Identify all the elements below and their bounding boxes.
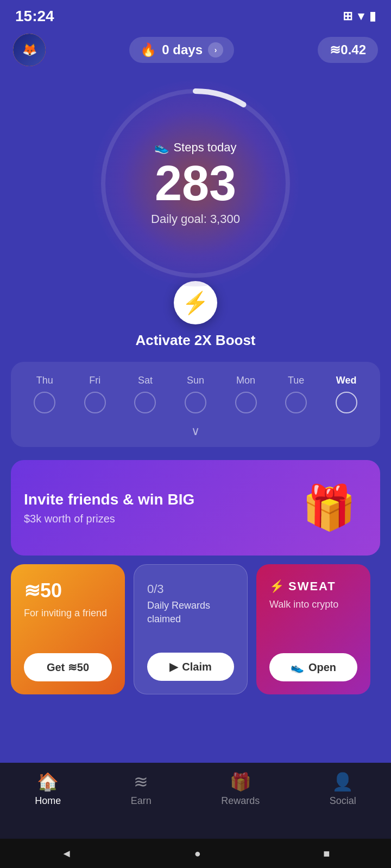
steps-info: 👟 Steps today 283 Daily goal: 3,300 bbox=[151, 141, 240, 226]
day-tue: Tue bbox=[285, 375, 307, 413]
back-button[interactable]: ◄ bbox=[61, 847, 72, 860]
nav-home[interactable]: 🏠 Home bbox=[35, 771, 61, 807]
balance-badge[interactable]: ≋0.42 bbox=[318, 37, 378, 63]
battery-icon: ▮ bbox=[369, 9, 376, 23]
earn-icon: ≋ bbox=[134, 771, 148, 792]
footprint-icon: 👟 bbox=[291, 661, 304, 674]
cards-row: ≋50 For inviting a friend Get ≋50 0/3 Da… bbox=[0, 564, 391, 694]
invite-card: ≋50 For inviting a friend Get ≋50 bbox=[11, 564, 125, 694]
steps-circle: 👟 Steps today 283 Daily goal: 3,300 bbox=[92, 80, 299, 286]
day-label-wed: Wed bbox=[336, 375, 357, 386]
recents-button[interactable]: ■ bbox=[323, 847, 330, 860]
day-circle-tue bbox=[285, 392, 307, 413]
invite-amount: ≋50 bbox=[24, 579, 112, 602]
day-label-thu: Thu bbox=[36, 375, 53, 386]
lightning-icon: ⚡ bbox=[182, 290, 209, 316]
claimed-count: 0 bbox=[147, 582, 154, 596]
social-icon: 👤 bbox=[332, 771, 354, 792]
day-circle-thu bbox=[34, 392, 55, 413]
sweat-logo-text: SWEAT bbox=[288, 579, 336, 593]
claim-button[interactable]: ▶ Claim bbox=[147, 653, 234, 681]
home-icon: 🏠 bbox=[37, 771, 59, 792]
status-bar: 15:24 ⊞ ▾ ▮ bbox=[0, 0, 391, 29]
invite-text: Invite friends & win BIG $3k worth of pr… bbox=[24, 491, 194, 525]
day-label-fri: Fri bbox=[89, 375, 100, 386]
day-label-sat: Sat bbox=[138, 375, 153, 386]
chevron-down[interactable]: ∨ bbox=[20, 422, 371, 438]
days-row: Thu Fri Sat Sun Mon Tue Wed bbox=[20, 375, 371, 413]
day-label-tue: Tue bbox=[288, 375, 304, 386]
status-icons: ⊞ ▾ ▮ bbox=[343, 9, 376, 23]
day-sat: Sat bbox=[134, 375, 156, 413]
sweat-btn-label: Open bbox=[308, 661, 336, 674]
sweat-logo: ⚡ SWEAT bbox=[269, 579, 357, 593]
home-label: Home bbox=[35, 795, 61, 807]
day-label-mon: Mon bbox=[236, 375, 255, 386]
invite-banner[interactable]: Invite friends & win BIG $3k worth of pr… bbox=[11, 460, 380, 556]
invite-card-subtitle: For inviting a friend bbox=[24, 607, 112, 620]
bottom-nav: 🏠 Home ≋ Earn 🎁 Rewards 👤 Social bbox=[0, 763, 391, 839]
sweat-card-content: ⚡ SWEAT Walk into crypto bbox=[269, 579, 357, 622]
invite-subtitle: $3k worth of prizes bbox=[24, 513, 194, 525]
social-label: Social bbox=[330, 795, 356, 807]
header: 🦊 🔥 0 days › ≋0.42 bbox=[0, 29, 391, 75]
streak-days: 0 days bbox=[162, 42, 203, 58]
rewards-icon: 🎁 bbox=[230, 771, 251, 792]
rewards-subtitle: Daily Rewards claimed bbox=[147, 599, 234, 626]
day-thu: Thu bbox=[34, 375, 55, 413]
gift-visual: 🎁 bbox=[291, 475, 367, 540]
steps-emoji: 👟 bbox=[154, 141, 169, 155]
day-circle-sat bbox=[134, 392, 156, 413]
day-circle-fri bbox=[84, 392, 106, 413]
claim-btn-label: Claim bbox=[182, 661, 211, 673]
cast-icon: ⊞ bbox=[343, 9, 352, 23]
boost-section: ⚡ Activate 2X Boost bbox=[0, 281, 391, 362]
sweat-card: ⚡ SWEAT Walk into crypto 👟 Open bbox=[256, 564, 370, 694]
day-sun: Sun bbox=[185, 375, 206, 413]
wifi-icon: ▾ bbox=[358, 9, 364, 23]
rewards-card: 0/3 Daily Rewards claimed ▶ Claim bbox=[134, 564, 248, 694]
rewards-label: Rewards bbox=[221, 795, 260, 807]
day-mon: Mon bbox=[235, 375, 257, 413]
get-invite-reward-button[interactable]: Get ≋50 bbox=[24, 653, 112, 681]
gift-box: 🎁 bbox=[291, 475, 367, 540]
earn-label: Earn bbox=[131, 795, 152, 807]
nav-rewards[interactable]: 🎁 Rewards bbox=[221, 771, 260, 807]
steps-count: 283 bbox=[151, 159, 240, 208]
balance-amount: ≋0.42 bbox=[330, 42, 366, 57]
day-circle-sun bbox=[185, 392, 206, 413]
boost-label: Activate 2X Boost bbox=[135, 332, 255, 349]
nav-items: 🏠 Home ≋ Earn 🎁 Rewards 👤 Social bbox=[0, 771, 391, 807]
invite-card-content: ≋50 For inviting a friend bbox=[24, 579, 112, 631]
sweat-logo-icon: ⚡ bbox=[269, 579, 284, 593]
rewards-claimed: 0/3 bbox=[147, 580, 234, 597]
day-wed: Wed bbox=[336, 375, 357, 413]
day-circle-wed bbox=[336, 392, 357, 413]
sweat-subtitle: Walk into crypto bbox=[269, 598, 357, 611]
claimed-total: /3 bbox=[154, 582, 163, 596]
invite-btn-label: Get ≋50 bbox=[47, 661, 89, 674]
steps-goal: Daily goal: 3,300 bbox=[151, 212, 240, 226]
day-circle-mon bbox=[235, 392, 257, 413]
boost-button[interactable]: ⚡ bbox=[174, 281, 217, 324]
streak-badge[interactable]: 🔥 0 days › bbox=[129, 37, 234, 63]
home-button[interactable]: ● bbox=[194, 847, 201, 860]
fire-icon: 🔥 bbox=[140, 42, 156, 58]
steps-label: 👟 Steps today bbox=[151, 141, 240, 155]
rewards-card-content: 0/3 Daily Rewards claimed bbox=[147, 580, 234, 637]
day-fri: Fri bbox=[84, 375, 106, 413]
system-nav-bar: ◄ ● ■ bbox=[0, 839, 391, 868]
time-display: 15:24 bbox=[15, 8, 54, 25]
nav-social[interactable]: 👤 Social bbox=[330, 771, 356, 807]
steps-section: 👟 Steps today 283 Daily goal: 3,300 bbox=[0, 75, 391, 286]
play-icon: ▶ bbox=[169, 660, 178, 673]
nav-earn[interactable]: ≋ Earn bbox=[131, 771, 152, 807]
avatar[interactable]: 🦊 bbox=[13, 34, 46, 66]
streak-arrow: › bbox=[208, 42, 223, 58]
weekly-tracker: Thu Fri Sat Sun Mon Tue Wed ∨ bbox=[11, 362, 380, 447]
invite-title: Invite friends & win BIG bbox=[24, 491, 194, 508]
day-label-sun: Sun bbox=[187, 375, 204, 386]
avatar-inner: 🦊 bbox=[13, 34, 46, 66]
sweat-open-button[interactable]: 👟 Open bbox=[269, 653, 357, 681]
